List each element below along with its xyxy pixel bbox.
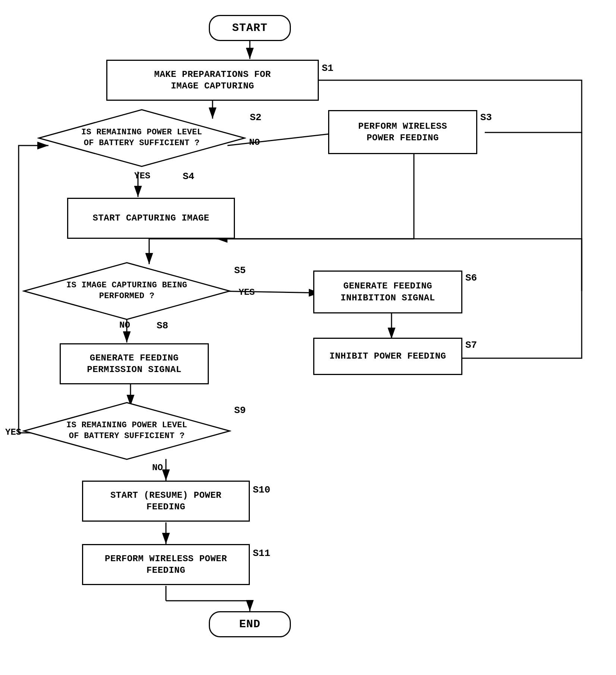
s9-no-label: NO (152, 463, 163, 473)
s4-step-nearby: S4 (183, 171, 194, 182)
s7-process: INHIBIT POWER FEEDING (313, 338, 462, 375)
s9-diamond: IS REMAINING POWER LEVELOF BATTERY SUFFI… (22, 401, 231, 461)
svg-line-6 (216, 291, 320, 293)
s10-process: START (RESUME) POWER FEEDING (82, 481, 250, 522)
s2-label: S2 (250, 112, 261, 123)
s11-label: S11 (253, 548, 270, 559)
s2-diamond: IS REMAINING POWER LEVELOF BATTERY SUFFI… (37, 108, 246, 168)
s2-no-label: NO (249, 137, 260, 147)
s9-yes-label: YES (5, 427, 21, 437)
start-terminal: START (209, 15, 291, 41)
s5-label: S5 (234, 265, 246, 276)
s9-label: S9 (234, 405, 246, 416)
s2-yes-label: YES (134, 171, 150, 181)
s1-label: S1 (322, 63, 333, 74)
s6-process: GENERATE FEEDING INHIBITION SIGNAL (313, 271, 462, 313)
s3-label: S3 (480, 112, 492, 123)
end-terminal: END (209, 611, 291, 637)
s7-label: S7 (465, 340, 477, 351)
s11-process: PERFORM WIRELESS POWER FEEDING (82, 544, 250, 585)
s5-yes-label: YES (239, 287, 255, 297)
s8-process: GENERATE FEEDING PERMISSION SIGNAL (60, 343, 209, 384)
s10-label: S10 (253, 484, 270, 496)
s8-step-nearby: S8 (157, 320, 168, 331)
s1-process: MAKE PREPARATIONS FOR IMAGE CAPTURING (106, 60, 319, 101)
s5-no-label: NO (119, 320, 130, 330)
s5-diamond: IS IMAGE CAPTURING BEINGPERFORMED ? (22, 261, 231, 321)
s4-process: START CAPTURING IMAGE (67, 198, 235, 239)
s3-process: PERFORM WIRELESS POWER FEEDING (328, 110, 477, 154)
s6-label: S6 (465, 272, 477, 284)
flowchart-diagram: START MAKE PREPARATIONS FOR IMAGE CAPTUR… (0, 0, 616, 675)
